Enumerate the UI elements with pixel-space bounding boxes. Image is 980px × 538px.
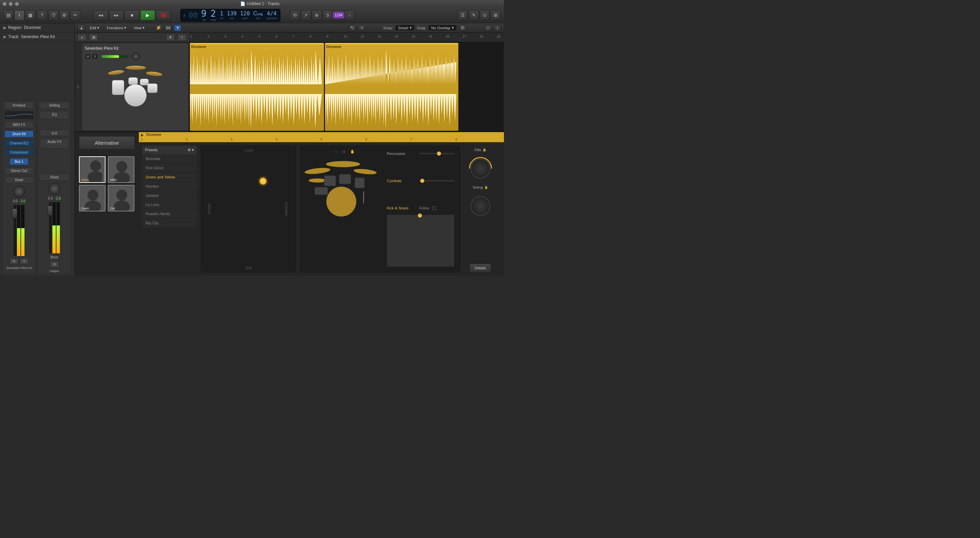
gear-icon[interactable]: ⚙ ▾	[188, 148, 194, 152]
cycle-button[interactable]: ⟲	[290, 10, 300, 21]
cymbals-slider[interactable]	[419, 180, 454, 182]
kit-visualization[interactable]: ◌ ⊘ ✋	[304, 150, 385, 269]
follow-checkbox[interactable]	[433, 206, 436, 210]
eq-thumbnail[interactable]	[5, 111, 34, 119]
mute-button[interactable]: M	[50, 261, 59, 267]
preset-item[interactable]: Hoodoo	[142, 182, 197, 191]
output-slot[interactable]: Stereo Out	[5, 167, 34, 174]
add-track-button[interactable]: +	[78, 34, 86, 41]
solo-button[interactable]: S	[92, 54, 98, 59]
fills-knob[interactable]	[471, 159, 490, 179]
toolbox-button[interactable]: ▦	[25, 10, 35, 21]
marquee-tool[interactable]: +	[358, 24, 366, 31]
functions-menu[interactable]: Functions ▾	[104, 24, 129, 31]
region-drummer[interactable]: Drummer	[325, 43, 458, 131]
instrument-slot[interactable]: Drum Kit	[5, 131, 34, 137]
track-options-button[interactable]: ▿	[178, 34, 186, 41]
preset-item[interactable]: Green and Yellow	[142, 172, 197, 182]
replace-button[interactable]: ↗	[301, 10, 311, 21]
mute-button[interactable]: M	[10, 258, 18, 264]
notes-button[interactable]: ✎	[469, 10, 479, 21]
send-slot[interactable]: Bus 1	[10, 158, 29, 165]
midi-fx-slot[interactable]: MIDI FX	[5, 121, 34, 128]
region-drummer[interactable]: Drummer	[190, 43, 324, 131]
region-inspector-header[interactable]: ▶ Region: Drummer	[0, 23, 75, 32]
kick-snare-slider[interactable]	[387, 215, 454, 267]
count-in-button[interactable]: ‹	[344, 10, 355, 21]
play-button[interactable]: ▶	[140, 10, 155, 21]
track-header[interactable]: Seventies Plexi Kit MS	[82, 43, 189, 131]
pointer-tool[interactable]: ↖	[348, 24, 356, 31]
drummer-avatar[interactable]: Aidan	[79, 156, 105, 183]
audio-fx-slot[interactable]: Audio FX	[40, 138, 69, 148]
track-lane[interactable]: Drummer Drummer	[189, 42, 504, 131]
automation-icon[interactable]: ⚡	[155, 24, 162, 31]
play-icon[interactable]: ▶	[141, 133, 143, 137]
automation-mode[interactable]: Read	[40, 174, 69, 181]
eq-slot[interactable]: EQ	[40, 111, 69, 119]
library-button[interactable]: ▤	[3, 10, 14, 21]
percussion-slider[interactable]	[419, 153, 454, 154]
preset-item[interactable]: Powell's World	[142, 209, 197, 219]
catch-icon[interactable]: ▼	[174, 24, 181, 31]
stop-button[interactable]: ■	[124, 10, 140, 21]
channel-setting[interactable]: Setting	[40, 102, 69, 109]
autopunch-button[interactable]: ⊗	[312, 10, 322, 21]
duplicate-track-button[interactable]: ⊞	[89, 34, 98, 41]
preset-item[interactable]: Rip City	[142, 219, 197, 228]
forward-button[interactable]: ▸▸	[109, 10, 124, 21]
list-editors-button[interactable]: ☰	[458, 10, 468, 21]
tambourine-icon[interactable]: ◌	[334, 150, 337, 154]
track-inspector-header[interactable]: ▶ Track: Seventies Plexi Kit	[0, 32, 75, 42]
drag-select[interactable]: No Overlap▾	[428, 24, 457, 31]
lock-icon[interactable]: 🔒	[482, 148, 486, 152]
pan-knob[interactable]	[13, 185, 25, 197]
drummer-ruler[interactable]: ▶ Drummer 12345678	[139, 132, 504, 142]
details-button[interactable]: Details	[469, 263, 492, 272]
shaker-icon[interactable]: ⊘	[342, 150, 345, 154]
xy-pad[interactable]: Loud Soft Simple Complex	[201, 146, 296, 272]
lock-icon[interactable]: 🔒	[484, 185, 488, 189]
drummer-avatar[interactable]: Gavin	[79, 185, 105, 211]
up-icon[interactable]: ▴	[78, 24, 85, 31]
drummer-avatar[interactable]: Zak	[108, 185, 134, 211]
lcd-display[interactable]: ♪ 00 9bar 2beat 1div 139tick 120bpm Cmaj…	[180, 9, 280, 22]
loops-button[interactable]: ⊙	[479, 10, 490, 21]
volume-fader[interactable]	[49, 202, 52, 253]
solo-button[interactable]: S	[323, 10, 333, 21]
swing-knob[interactable]	[471, 196, 490, 216]
track-volume-slider[interactable]	[102, 55, 129, 58]
xy-puck[interactable]	[259, 178, 266, 185]
preset-item[interactable]: Burnside	[142, 154, 197, 163]
bounce-label[interactable]: Bnce	[51, 255, 59, 259]
metronome-button[interactable]: ⏱	[48, 10, 59, 21]
help-button[interactable]: ?	[37, 10, 47, 21]
flex-icon[interactable]: ⋈	[164, 24, 172, 31]
inspector-button[interactable]: i	[14, 10, 24, 21]
tuning-button[interactable]: ⚙	[59, 10, 69, 21]
hzoom-out-icon[interactable]: ↔	[484, 24, 492, 31]
edit-menu[interactable]: Edit ▾	[87, 24, 102, 31]
waveform-zoom-icon[interactable]: ⊪	[459, 24, 466, 31]
timeline-ruler[interactable]: 12345678910111213141516171819	[189, 33, 504, 42]
mute-button[interactable]: M	[85, 54, 91, 59]
pan-knob[interactable]	[49, 183, 60, 195]
handclap-icon[interactable]: ✋	[350, 150, 355, 154]
track-pan-knob[interactable]	[132, 53, 140, 60]
preset-item[interactable]: Fine Grind	[142, 163, 197, 172]
vzoom-icon[interactable]: ↕	[494, 24, 501, 31]
browser-button[interactable]: ⊞	[490, 10, 501, 21]
audio-fx-slot[interactable]: Channel EQ	[5, 140, 34, 147]
drummer-avatar[interactable]: Nikki	[108, 156, 134, 183]
preset-item[interactable]: La Luna	[142, 200, 197, 209]
view-menu[interactable]: View ▾	[131, 24, 148, 31]
volume-fader[interactable]	[14, 205, 16, 256]
audio-fx-slot[interactable]: Compressor	[5, 149, 34, 156]
track-filter-button[interactable]: ▾	[166, 34, 175, 41]
record-button[interactable]	[156, 10, 171, 21]
sync-button[interactable]: 1234	[334, 10, 344, 21]
preset-item[interactable]: Jackpot	[142, 191, 197, 200]
channel-preset[interactable]: Portland	[5, 102, 34, 109]
rewind-button[interactable]: ◂◂	[93, 10, 108, 21]
scissors-button[interactable]: ✂	[70, 10, 80, 21]
